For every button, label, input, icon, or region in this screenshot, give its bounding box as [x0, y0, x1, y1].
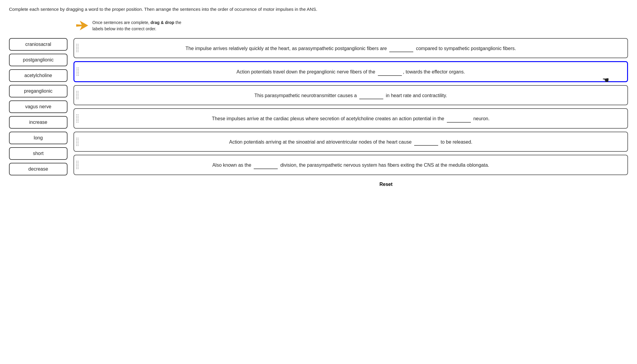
drag-handle-2[interactable] — [74, 62, 81, 81]
instructions: Complete each sentence by dragging a wor… — [9, 6, 628, 13]
word-chip-postganglionic[interactable]: postganglionic — [9, 54, 67, 66]
sentence-4-text: These impulses arrive at the cardiac ple… — [212, 116, 490, 121]
hatch-pattern-3 — [75, 91, 79, 99]
word-chip-long[interactable]: long — [9, 132, 67, 144]
word-bank: craniosacral postganglionic acetylcholin… — [9, 38, 67, 175]
arrow-icon — [75, 18, 89, 33]
blank-1[interactable] — [389, 44, 413, 52]
main-layout: craniosacral postganglionic acetylcholin… — [9, 38, 628, 190]
hatch-pattern-1 — [75, 44, 79, 52]
word-chip-acetylcholine[interactable]: acetylcholine — [9, 69, 67, 82]
hatch-pattern-6 — [75, 161, 79, 169]
word-chip-preganglionic[interactable]: preganglionic — [9, 85, 67, 97]
blank-5[interactable] — [414, 138, 438, 146]
hatch-pattern-2 — [76, 67, 80, 76]
svg-marker-0 — [76, 21, 88, 30]
sentence-box-3[interactable]: This parasympathetic neurotransmitter ca… — [73, 85, 628, 106]
hatch-pattern-4 — [75, 114, 79, 123]
word-chip-craniosacral[interactable]: craniosacral — [9, 38, 67, 51]
drag-handle-6[interactable] — [74, 155, 81, 175]
drag-handle-5[interactable] — [74, 132, 81, 151]
cursor-hand-icon: ☚ — [602, 74, 609, 87]
hatch-pattern-5 — [75, 138, 79, 146]
word-chip-vagus-nerve[interactable]: vagus nerve — [9, 100, 67, 113]
word-chip-decrease[interactable]: decrease — [9, 163, 67, 175]
sentence-6-text: Also known as the division, the parasymp… — [212, 163, 489, 168]
word-chip-short[interactable]: short — [9, 147, 67, 160]
blank-4[interactable] — [447, 114, 471, 123]
sentence-5-text: Action potentials arriving at the sinoat… — [229, 139, 472, 145]
drag-handle-1[interactable] — [74, 39, 81, 58]
blank-6[interactable] — [254, 161, 278, 169]
sentence-box-1[interactable]: The impulse arrives relatively quickly a… — [73, 38, 628, 58]
drag-hint-text: Once sentences are complete, drag & drop… — [92, 18, 181, 32]
sentence-3-text: This parasympathetic neurotransmitter ca… — [254, 93, 447, 98]
drag-handle-3[interactable] — [74, 86, 81, 105]
word-chip-increase[interactable]: increase — [9, 116, 67, 129]
sentence-box-5[interactable]: Action potentials arriving at the sinoat… — [73, 132, 628, 152]
drag-hint-container: Once sentences are complete, drag & drop… — [75, 18, 628, 33]
sentences-area: The impulse arrives relatively quickly a… — [73, 38, 628, 190]
sentence-1-text: The impulse arrives relatively quickly a… — [186, 46, 516, 51]
sentence-box-4[interactable]: These impulses arrive at the cardiac ple… — [73, 108, 628, 129]
reset-button[interactable]: Reset — [144, 179, 628, 189]
drag-handle-4[interactable] — [74, 109, 81, 128]
sentence-box-2[interactable]: Action potentials travel down the pregan… — [73, 61, 628, 82]
sentence-box-6[interactable]: Also known as the division, the parasymp… — [73, 155, 628, 175]
blank-3[interactable] — [359, 91, 383, 100]
sentence-2-text: Action potentials travel down the pregan… — [237, 69, 465, 74]
blank-2[interactable] — [378, 67, 402, 76]
